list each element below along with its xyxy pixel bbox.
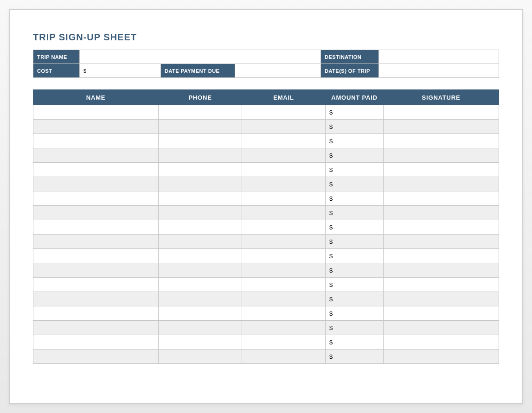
cell-phone[interactable] — [159, 306, 242, 321]
cell-email[interactable] — [242, 335, 326, 349]
cell-phone[interactable] — [159, 249, 242, 263]
cell-amount[interactable]: $ — [326, 120, 384, 134]
cell-name[interactable] — [33, 220, 159, 235]
cell-phone[interactable] — [159, 321, 242, 335]
cell-phone[interactable] — [159, 206, 242, 220]
date-payment-due-value[interactable] — [235, 64, 321, 78]
cell-email[interactable] — [242, 263, 326, 278]
cell-email[interactable] — [242, 292, 326, 306]
cell-phone[interactable] — [159, 105, 242, 120]
date-payment-due-label: DATE PAYMENT DUE — [161, 64, 235, 78]
cell-email[interactable] — [242, 163, 326, 177]
cell-signature[interactable] — [384, 120, 499, 134]
cell-name[interactable] — [33, 321, 159, 335]
cell-signature[interactable] — [384, 292, 499, 306]
cell-amount[interactable]: $ — [326, 148, 384, 163]
cell-amount[interactable]: $ — [326, 134, 384, 148]
table-row: $ — [33, 134, 499, 148]
cell-signature[interactable] — [384, 105, 499, 120]
cell-signature[interactable] — [384, 235, 499, 249]
cell-amount[interactable]: $ — [326, 177, 384, 191]
cell-amount[interactable]: $ — [326, 263, 384, 278]
cell-amount[interactable]: $ — [326, 278, 384, 292]
cell-email[interactable] — [242, 120, 326, 134]
cell-signature[interactable] — [384, 249, 499, 263]
cell-email[interactable] — [242, 177, 326, 191]
cell-signature[interactable] — [384, 335, 499, 349]
cell-email[interactable] — [242, 220, 326, 235]
cell-phone[interactable] — [159, 120, 242, 134]
cell-name[interactable] — [33, 163, 159, 177]
cell-email[interactable] — [242, 134, 326, 148]
cell-name[interactable] — [33, 278, 159, 292]
cell-phone[interactable] — [159, 349, 242, 364]
cell-name[interactable] — [33, 105, 159, 120]
cell-phone[interactable] — [159, 163, 242, 177]
cell-phone[interactable] — [159, 263, 242, 278]
cell-phone[interactable] — [159, 177, 242, 191]
cell-phone[interactable] — [159, 235, 242, 249]
cell-phone[interactable] — [159, 335, 242, 349]
cell-email[interactable] — [242, 349, 326, 364]
cell-phone[interactable] — [159, 191, 242, 206]
dates-of-trip-value[interactable] — [379, 64, 499, 78]
destination-value[interactable] — [379, 50, 499, 64]
cell-signature[interactable] — [384, 177, 499, 191]
cell-phone[interactable] — [159, 220, 242, 235]
cell-email[interactable] — [242, 235, 326, 249]
cell-name[interactable] — [33, 177, 159, 191]
cell-signature[interactable] — [384, 220, 499, 235]
cell-signature[interactable] — [384, 263, 499, 278]
cell-amount[interactable]: $ — [326, 306, 384, 321]
cell-amount[interactable]: $ — [326, 321, 384, 335]
cell-phone[interactable] — [159, 134, 242, 148]
cell-name[interactable] — [33, 249, 159, 263]
cell-signature[interactable] — [384, 163, 499, 177]
cell-email[interactable] — [242, 148, 326, 163]
cell-email[interactable] — [242, 105, 326, 120]
trip-name-value[interactable] — [80, 50, 321, 64]
cell-email[interactable] — [242, 321, 326, 335]
cell-name[interactable] — [33, 335, 159, 349]
cell-signature[interactable] — [384, 191, 499, 206]
cell-signature[interactable] — [384, 321, 499, 335]
cell-amount[interactable]: $ — [326, 191, 384, 206]
cell-signature[interactable] — [384, 278, 499, 292]
table-row: $ — [33, 349, 499, 364]
cell-amount[interactable]: $ — [326, 335, 384, 349]
cell-amount[interactable]: $ — [326, 235, 384, 249]
cell-signature[interactable] — [384, 349, 499, 364]
cell-amount[interactable]: $ — [326, 206, 384, 220]
cell-name[interactable] — [33, 235, 159, 249]
cell-signature[interactable] — [384, 206, 499, 220]
cost-value[interactable]: $ — [80, 64, 161, 78]
cell-phone[interactable] — [159, 148, 242, 163]
cell-amount[interactable]: $ — [326, 292, 384, 306]
cell-phone[interactable] — [159, 278, 242, 292]
cell-name[interactable] — [33, 263, 159, 278]
cell-amount[interactable]: $ — [326, 349, 384, 364]
cell-email[interactable] — [242, 206, 326, 220]
cell-email[interactable] — [242, 306, 326, 321]
cell-signature[interactable] — [384, 306, 499, 321]
cell-email[interactable] — [242, 249, 326, 263]
cell-name[interactable] — [33, 134, 159, 148]
cell-name[interactable] — [33, 191, 159, 206]
cell-signature[interactable] — [384, 134, 499, 148]
cell-name[interactable] — [33, 148, 159, 163]
cell-amount[interactable]: $ — [326, 249, 384, 263]
cell-name[interactable] — [33, 206, 159, 220]
cell-signature[interactable] — [384, 148, 499, 163]
table-row: $ — [33, 105, 499, 120]
cell-name[interactable] — [33, 292, 159, 306]
cell-email[interactable] — [242, 278, 326, 292]
cell-amount[interactable]: $ — [326, 163, 384, 177]
cell-name[interactable] — [33, 120, 159, 134]
cell-phone[interactable] — [159, 292, 242, 306]
cell-amount[interactable]: $ — [326, 105, 384, 120]
cell-name[interactable] — [33, 306, 159, 321]
cell-email[interactable] — [242, 191, 326, 206]
table-row: $ — [33, 263, 499, 278]
cell-name[interactable] — [33, 349, 159, 364]
cell-amount[interactable]: $ — [326, 220, 384, 235]
